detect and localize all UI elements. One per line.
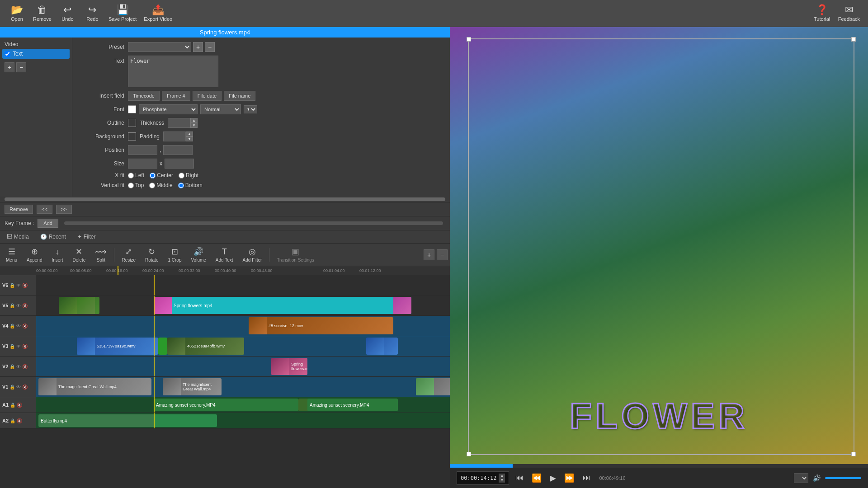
redo-button[interactable]: ↪ Redo <box>80 3 105 24</box>
v4-lock-icon[interactable]: 🔒 <box>9 324 15 328</box>
track-content-v3[interactable]: 535171978a19c.wmv 46521ce8a4bfb.wmv <box>36 336 450 356</box>
track-content-a2[interactable]: Butterfly.mp4 <box>36 413 450 428</box>
file-date-button[interactable]: File date <box>193 91 222 101</box>
track-content-v5[interactable]: Spring flowers.mp4 <box>36 296 450 315</box>
rotate-button[interactable]: ↻ Rotate <box>142 245 162 264</box>
add-text-button[interactable]: T Add Text <box>212 245 237 264</box>
properties-scrollbar[interactable] <box>5 197 445 201</box>
remove-button[interactable]: 🗑 Remove <box>29 3 55 24</box>
v3-clip-3[interactable] <box>366 338 398 355</box>
thickness-input[interactable] <box>168 118 190 128</box>
v2-clip-1[interactable]: Spring flowers.mp4 <box>271 358 307 375</box>
bottom-radio-label[interactable]: Bottom <box>178 182 203 188</box>
v1-lock-icon[interactable]: 🔒 <box>9 385 15 389</box>
tutorial-button[interactable]: ❓ Tutorial <box>810 3 835 24</box>
v3-audio-icon[interactable]: 🔇 <box>22 344 28 349</box>
bg-color-swatch[interactable] <box>128 132 136 141</box>
thickness-up-button[interactable]: ▲ <box>190 118 198 123</box>
text-input[interactable]: Flower <box>128 56 218 87</box>
center-radio[interactable] <box>150 173 156 178</box>
step-back-button[interactable]: ⏪ <box>530 471 543 485</box>
v2-audio-icon[interactable]: 🔇 <box>22 364 28 369</box>
keyframe-scrollbar[interactable] <box>64 221 443 225</box>
font-name-select[interactable]: Phosphate <box>139 104 198 114</box>
volume-button[interactable]: 🔊 Volume <box>187 245 209 264</box>
save-project-button[interactable]: 💾 Save Project <box>105 3 140 24</box>
open-button[interactable]: 📂 Open <box>5 3 29 24</box>
a1-lock-icon[interactable]: 🔒 <box>10 403 15 408</box>
font-style-select[interactable]: Normal <box>200 104 241 114</box>
sidebar-item-text[interactable]: Text <box>2 49 70 59</box>
v5-audio-icon[interactable]: 🔇 <box>22 303 28 308</box>
a2-clip-1[interactable]: Butterfly.mp4 <box>38 414 156 427</box>
progress-bar-area[interactable] <box>450 464 868 468</box>
a2-clip-2[interactable] <box>154 414 217 427</box>
handle-br[interactable] <box>851 452 856 456</box>
center-radio-label[interactable]: Center <box>150 172 173 178</box>
top-radio[interactable] <box>128 183 134 188</box>
v1-audio-icon[interactable]: 🔇 <box>22 385 28 389</box>
frame-number-button[interactable]: Frame # <box>162 91 190 101</box>
left-radio-label[interactable]: Left <box>128 172 144 178</box>
tab-media[interactable]: 🎞 Media <box>5 233 31 241</box>
time-down-button[interactable]: ▼ <box>499 478 505 483</box>
middle-radio[interactable] <box>149 183 155 188</box>
a1-clip-1[interactable]: Amazing sunset scenery.MP4 <box>154 399 298 411</box>
remove-button[interactable]: Remove <box>5 205 33 214</box>
handle-tr[interactable] <box>851 37 856 42</box>
v3-eye-icon[interactable]: 👁 <box>16 344 21 349</box>
skip-start-button[interactable]: ⏮ <box>514 471 525 484</box>
v6-audio-icon[interactable]: 🔇 <box>22 283 28 288</box>
track-content-a1[interactable]: Amazing sunset scenery.MP4 Amazing sunse… <box>36 397 450 413</box>
right-radio[interactable] <box>179 173 184 178</box>
size-height-input[interactable]: 573 <box>165 159 194 169</box>
preset-select[interactable] <box>128 42 191 52</box>
next-keyframe-button[interactable]: >> <box>56 205 72 214</box>
timecode-button[interactable]: Timecode <box>128 91 160 101</box>
preset-remove-button[interactable]: − <box>205 42 215 52</box>
add-keyframe-button[interactable]: Add <box>38 219 58 228</box>
outline-color-swatch[interactable] <box>128 119 136 127</box>
padding-up-button[interactable]: ▲ <box>186 131 193 136</box>
add-filter-button[interactable]: ◎ Add Filter <box>239 245 266 264</box>
padding-input[interactable] <box>163 131 186 141</box>
position-x-input[interactable]: 117 <box>128 145 157 155</box>
tab-filter[interactable]: ✦ Filter <box>75 233 98 241</box>
position-y-input[interactable]: 201 <box>163 145 193 155</box>
font-size-dropdown[interactable]: ▼ <box>244 105 257 113</box>
volume-mute-icon[interactable]: 🔊 <box>813 474 821 482</box>
right-radio-label[interactable]: Right <box>179 172 198 178</box>
v5-clip-1[interactable] <box>59 297 99 314</box>
preview-selection-box[interactable] <box>468 38 854 455</box>
skip-end-button[interactable]: ⏭ <box>580 471 592 484</box>
a1-mute-icon[interactable]: 🔇 <box>17 403 22 408</box>
text-checkbox[interactable] <box>5 51 10 57</box>
resize-button[interactable]: ⤢ Resize <box>118 245 139 264</box>
v4-clip-1[interactable]: #8 sunrise -12.mov <box>249 317 393 334</box>
a1-clip-2[interactable]: Amazing sunset scenery.MP4 <box>307 399 398 411</box>
v3-lock-icon[interactable]: 🔒 <box>9 344 15 349</box>
v2-lock-icon[interactable]: 🔒 <box>9 364 15 369</box>
prev-keyframe-button[interactable]: << <box>37 205 52 214</box>
thickness-down-button[interactable]: ▼ <box>190 123 198 128</box>
export-video-button[interactable]: 📤 Export Video <box>140 3 176 24</box>
size-width-input[interactable]: 1056 <box>128 159 157 169</box>
v5-lock-icon[interactable]: 🔒 <box>9 303 15 308</box>
v6-eye-icon[interactable]: 👁 <box>16 283 21 288</box>
track-content-v1[interactable]: The magnificent Great Wall.mp4 The magni… <box>36 377 450 397</box>
append-button[interactable]: ⊕ Append <box>23 245 46 264</box>
top-radio-label[interactable]: Top <box>128 182 144 188</box>
transition-settings-button[interactable]: ▣ Transition Settings <box>273 245 317 264</box>
split-button[interactable]: ⟿ Split <box>91 245 110 264</box>
v4-audio-icon[interactable]: 🔇 <box>22 324 28 328</box>
v4-eye-icon[interactable]: 👁 <box>16 324 21 328</box>
track-content-v2[interactable]: Spring flowers.mp4 <box>36 357 450 376</box>
v3-clip-1[interactable]: 535171978a19c.wmv <box>77 338 158 355</box>
track-content-v4[interactable]: #8 sunrise -12.mov #8 sunrise -12.mov <box>36 316 450 336</box>
insert-button[interactable]: ↓ Insert <box>48 245 67 264</box>
handle-tl[interactable] <box>467 37 471 42</box>
step-forward-button[interactable]: ⏩ <box>562 471 576 485</box>
v6-lock-icon[interactable]: 🔒 <box>9 283 15 288</box>
time-up-button[interactable]: ▲ <box>499 474 505 478</box>
remove-track-button[interactable]: − <box>16 62 26 72</box>
